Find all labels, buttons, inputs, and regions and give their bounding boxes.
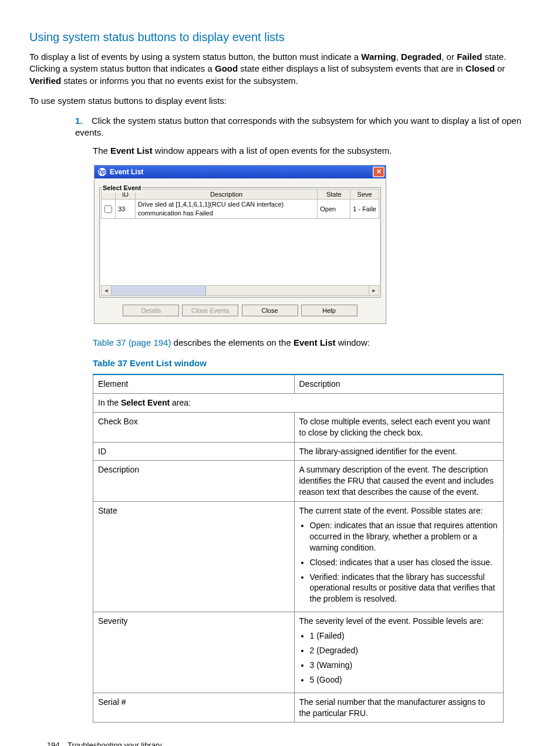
table-caption: Table 37 Event List window: [93, 357, 525, 369]
text: window appears with a list of open event…: [153, 146, 392, 156]
cell-description: Drive sled at [1,4,1,6,1,1](RCU sled CAN…: [136, 200, 318, 219]
text: describes the elements on the: [171, 337, 293, 347]
text: window:: [336, 337, 370, 347]
event-checkbox[interactable]: [104, 205, 112, 213]
hp-logo-icon: hp: [98, 168, 106, 176]
cell-description: The serial number that the manufacturer …: [294, 693, 504, 723]
table-reference: Table 37 (page 194) describes the elemen…: [93, 337, 525, 349]
footer-text: Troubleshooting your library: [68, 741, 162, 746]
text-bold: Verified: [29, 76, 61, 86]
section-heading: Using system status buttons to display e…: [29, 29, 525, 45]
close-events-button[interactable]: Close Events: [182, 305, 238, 317]
intro-paragraph: To display a list of events by using a s…: [29, 51, 525, 87]
cell-state: Open: [318, 200, 350, 219]
list-item: Verified: indicates that the library has…: [310, 572, 499, 605]
scroll-track[interactable]: [112, 286, 369, 295]
page-footer: 194 Troubleshooting your library: [47, 740, 525, 746]
text: state either displays a list of subsyste…: [238, 63, 465, 73]
cell-description: To close multiple events, select each ev…: [294, 412, 504, 442]
close-button[interactable]: Close: [242, 305, 298, 317]
text: The current state of the event. Possible…: [299, 506, 483, 515]
lead-sentence: To use system status buttons to display …: [29, 95, 525, 107]
table-37: Element Description In the Select Event …: [93, 374, 504, 723]
text-bold: Closed: [465, 63, 495, 73]
table-row[interactable]: 33 Drive sled at [1,4,1,6,1,1](RCU sled …: [102, 200, 379, 219]
window-title: Event List: [110, 167, 143, 177]
text-bold: Failed: [457, 52, 482, 62]
fieldset-label: Select Event: [102, 184, 142, 193]
cell-description: The library-assigned identifier for the …: [294, 442, 504, 461]
button-row: Details Close Events Close Help: [99, 305, 381, 317]
cell-description: The severity level of the event. Possibl…: [294, 612, 504, 693]
text: or: [495, 63, 505, 73]
details-button[interactable]: Details: [123, 305, 179, 317]
cell-element: ID: [93, 442, 295, 461]
text: The: [93, 146, 110, 156]
text: ,: [396, 52, 401, 62]
event-table: ID Description State Seve 33 Drive sled …: [101, 189, 379, 220]
list-item: 1 (Failed): [310, 630, 499, 642]
table-row: Check Box To close multiple events, sele…: [93, 412, 504, 442]
table-row: Serial # The serial number that the manu…: [93, 693, 504, 723]
text-bold: Event List: [294, 337, 336, 347]
scroll-right-icon[interactable]: ►: [369, 286, 379, 295]
select-event-fieldset: ID Description State Seve 33 Drive sled …: [99, 187, 381, 298]
col-description[interactable]: Description: [136, 189, 318, 200]
th-description: Description: [294, 374, 504, 393]
cell-element: Serial #: [93, 693, 295, 723]
text-bold: Select Event: [121, 398, 170, 407]
list-item: Closed: indicates that a user has closed…: [310, 557, 499, 568]
titlebar[interactable]: hp Event List ✕: [95, 166, 386, 178]
cell-description: A summary description of the event. The …: [294, 461, 504, 502]
text-bold: Event List: [110, 146, 153, 156]
cell-description: The current state of the event. Possible…: [294, 502, 504, 612]
col-severity[interactable]: Seve: [350, 189, 379, 200]
text: area:: [170, 398, 191, 407]
cross-reference-link[interactable]: Table 37 (page 194): [93, 337, 171, 347]
horizontal-scrollbar[interactable]: ◄ ►: [101, 286, 379, 296]
cell-severity: 1 - Faile: [350, 200, 379, 219]
list-item: 5 (Good): [310, 674, 499, 686]
scroll-left-icon[interactable]: ◄: [102, 286, 112, 295]
list-item: 2 (Degraded): [310, 645, 499, 656]
event-list-window: hp Event List ✕ Select Event ID Descript…: [94, 165, 386, 325]
list-item: Open: indicates that an issue that requi…: [310, 520, 499, 553]
table-row: Severity The severity level of the event…: [93, 612, 504, 693]
cell-element: Severity: [93, 612, 295, 693]
step-number: 1.: [75, 115, 92, 127]
text: states or informs you that no events exi…: [61, 76, 298, 86]
table-row: Description A summary description of the…: [93, 461, 504, 502]
text-bold: Degraded: [401, 52, 441, 62]
cell-element: State: [93, 502, 295, 612]
cell-element: Description: [93, 461, 295, 502]
page-number: 194: [47, 740, 60, 746]
close-icon[interactable]: ✕: [373, 167, 384, 177]
step-1: 1.Click the system status button that co…: [75, 115, 525, 139]
step-text: Click the system status button that corr…: [75, 116, 521, 137]
text: To display a list of events by using a s…: [29, 52, 361, 62]
th-element: Element: [93, 374, 295, 393]
col-state[interactable]: State: [318, 189, 350, 200]
cell-id: 33: [116, 200, 136, 219]
help-button[interactable]: Help: [301, 305, 357, 317]
text-bold: Good: [215, 63, 238, 73]
cell-element: Check Box: [93, 412, 295, 442]
text: The severity level of the event. Possibl…: [299, 616, 484, 626]
table-row: State The current state of the event. Po…: [93, 502, 504, 612]
scroll-thumb[interactable]: [112, 286, 206, 295]
text: , or: [441, 52, 457, 62]
table-row: ID The library-assigned identifier for t…: [93, 442, 504, 461]
row-span-header: In the Select Event area:: [93, 393, 504, 412]
text-bold: Warning: [361, 52, 396, 62]
list-item: 3 (Warning): [310, 660, 499, 671]
text: In the: [98, 398, 121, 407]
table-header-row: ID Description State Seve: [102, 189, 379, 200]
step-result: The Event List window appears with a lis…: [93, 145, 525, 157]
